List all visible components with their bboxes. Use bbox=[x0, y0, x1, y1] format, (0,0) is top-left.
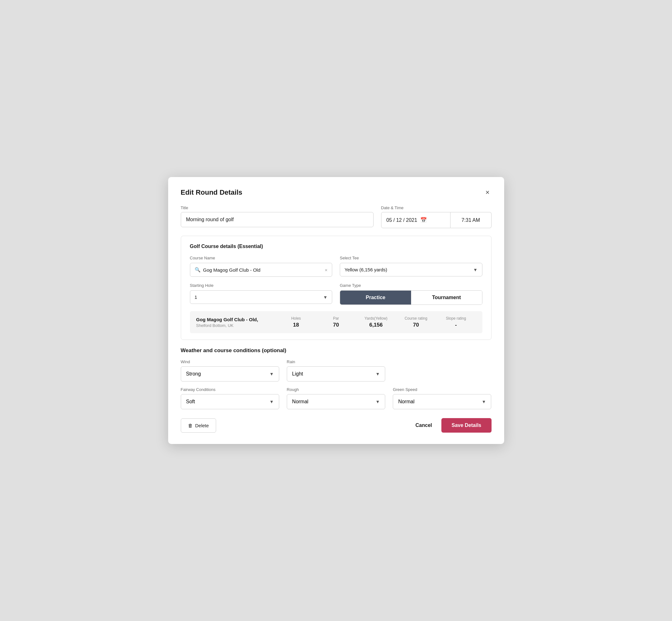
wind-col: Wind Strong ▼ bbox=[181, 360, 279, 381]
chevron-down-icon-7: ▼ bbox=[482, 399, 486, 404]
footer-row: 🗑 Delete Cancel Save Details bbox=[181, 418, 492, 432]
trash-icon: 🗑 bbox=[188, 423, 193, 428]
starting-hole-label: Starting Hole bbox=[190, 283, 333, 288]
green-speed-dropdown[interactable]: Normal ▼ bbox=[393, 394, 491, 409]
rain-dropdown[interactable]: Light ▼ bbox=[287, 366, 385, 381]
footer-right: Cancel Save Details bbox=[412, 418, 492, 432]
course-name-block: Gog Magog Golf Club - Old, Shelford Bott… bbox=[196, 317, 276, 328]
golf-course-section-title: Golf Course details (Essential) bbox=[190, 244, 482, 249]
green-speed-label: Green Speed bbox=[393, 387, 491, 392]
date-input[interactable]: 05 / 12 / 2021 📅 bbox=[381, 212, 451, 228]
time-input[interactable]: 7:31 AM bbox=[451, 212, 492, 228]
course-name-col: Course Name 🔍 Gog Magog Golf Club - Old … bbox=[190, 256, 333, 277]
fairway-label: Fairway Conditions bbox=[181, 387, 279, 392]
practice-button[interactable]: Practice bbox=[340, 291, 411, 304]
course-info-name: Gog Magog Golf Club - Old, bbox=[196, 317, 276, 322]
save-button[interactable]: Save Details bbox=[442, 418, 491, 432]
course-name-value: Gog Magog Golf Club - Old bbox=[203, 267, 323, 273]
datetime-row: 05 / 12 / 2021 📅 7:31 AM bbox=[381, 212, 492, 228]
par-value: 70 bbox=[316, 322, 356, 328]
select-tee-col: Select Tee Yellow (6,156 yards) ▼ bbox=[340, 256, 482, 277]
select-tee-dropdown[interactable]: Yellow (6,156 yards) ▼ bbox=[340, 263, 482, 277]
time-value: 7:31 AM bbox=[462, 217, 480, 223]
holes-stat: Holes 18 bbox=[276, 316, 316, 328]
datetime-field-group: Date & Time 05 / 12 / 2021 📅 7:31 AM bbox=[381, 205, 492, 228]
fairway-col: Fairway Conditions Soft ▼ bbox=[181, 387, 279, 409]
select-tee-value: Yellow (6,156 yards) bbox=[344, 267, 387, 272]
rough-label: Rough bbox=[287, 387, 385, 392]
weather-section-title: Weather and course conditions (optional) bbox=[181, 347, 492, 354]
starting-hole-col: Starting Hole 1 ▼ bbox=[190, 283, 333, 305]
rain-col: Rain Light ▼ bbox=[287, 360, 385, 381]
course-tee-row: Course Name 🔍 Gog Magog Golf Club - Old … bbox=[190, 256, 482, 277]
slope-rating-value: - bbox=[436, 322, 476, 328]
rough-value: Normal bbox=[292, 399, 308, 405]
course-info-location: Shelford Bottom, UK bbox=[196, 323, 276, 328]
course-info-bar: Gog Magog Golf Club - Old, Shelford Bott… bbox=[190, 311, 482, 333]
game-type-label: Game Type bbox=[340, 283, 482, 288]
holes-label: Holes bbox=[276, 316, 316, 321]
modal-header: Edit Round Details × bbox=[181, 189, 492, 197]
yards-value: 6,156 bbox=[356, 322, 396, 328]
chevron-down-icon-4: ▼ bbox=[375, 371, 380, 376]
close-button[interactable]: × bbox=[484, 189, 492, 197]
holes-value: 18 bbox=[276, 322, 316, 328]
select-tee-label: Select Tee bbox=[340, 256, 482, 260]
tournament-button[interactable]: Tournament bbox=[411, 291, 482, 304]
title-field-group: Title bbox=[181, 205, 374, 228]
wind-rain-row: Wind Strong ▼ Rain Light ▼ bbox=[181, 360, 492, 381]
slope-rating-label: Slope rating bbox=[436, 316, 476, 321]
wind-value: Strong bbox=[186, 371, 201, 377]
course-name-label: Course Name bbox=[190, 256, 333, 260]
rain-label: Rain bbox=[287, 360, 385, 364]
yards-stat: Yards(Yellow) 6,156 bbox=[356, 316, 396, 328]
chevron-down-icon-5: ▼ bbox=[269, 399, 274, 404]
weather-section: Weather and course conditions (optional)… bbox=[181, 347, 492, 409]
fairway-value: Soft bbox=[186, 399, 195, 405]
title-label: Title bbox=[181, 205, 374, 210]
game-type-toggle: Practice Tournament bbox=[340, 290, 482, 305]
rough-col: Rough Normal ▼ bbox=[287, 387, 385, 409]
top-row: Title Date & Time 05 / 12 / 2021 📅 7:31 … bbox=[181, 205, 492, 228]
delete-button[interactable]: 🗑 Delete bbox=[181, 418, 216, 432]
chevron-down-icon-6: ▼ bbox=[375, 399, 380, 404]
course-name-input[interactable]: 🔍 Gog Magog Golf Club - Old × bbox=[190, 263, 333, 277]
wind-dropdown[interactable]: Strong ▼ bbox=[181, 366, 279, 381]
course-rating-label: Course rating bbox=[396, 316, 436, 321]
title-input[interactable] bbox=[181, 212, 374, 227]
chevron-down-icon-2: ▼ bbox=[323, 295, 328, 300]
green-speed-col: Green Speed Normal ▼ bbox=[393, 387, 491, 409]
hole-gametype-row: Starting Hole 1 ▼ Game Type Practice Tou… bbox=[190, 283, 482, 305]
cancel-button[interactable]: Cancel bbox=[412, 418, 435, 432]
par-stat: Par 70 bbox=[316, 316, 356, 328]
search-icon: 🔍 bbox=[195, 267, 201, 273]
golf-course-section: Golf Course details (Essential) Course N… bbox=[181, 236, 492, 340]
rough-dropdown[interactable]: Normal ▼ bbox=[287, 394, 385, 409]
par-label: Par bbox=[316, 316, 356, 321]
slope-rating-stat: Slope rating - bbox=[436, 316, 476, 328]
game-type-col: Game Type Practice Tournament bbox=[340, 283, 482, 305]
chevron-down-icon-3: ▼ bbox=[269, 371, 274, 376]
edit-round-modal: Edit Round Details × Title Date & Time 0… bbox=[168, 177, 504, 444]
modal-title: Edit Round Details bbox=[181, 189, 243, 197]
chevron-down-icon: ▼ bbox=[473, 267, 478, 272]
datetime-label: Date & Time bbox=[381, 205, 492, 210]
course-rating-value: 70 bbox=[396, 322, 436, 328]
calendar-icon: 📅 bbox=[420, 217, 427, 223]
date-value: 05 / 12 / 2021 bbox=[386, 217, 417, 223]
green-speed-value: Normal bbox=[398, 399, 415, 405]
rain-value: Light bbox=[292, 371, 303, 377]
clear-icon[interactable]: × bbox=[325, 267, 328, 273]
fairway-rough-green-row: Fairway Conditions Soft ▼ Rough Normal ▼… bbox=[181, 387, 492, 409]
wind-label: Wind bbox=[181, 360, 279, 364]
fairway-dropdown[interactable]: Soft ▼ bbox=[181, 394, 279, 409]
starting-hole-value: 1 bbox=[195, 294, 197, 300]
delete-label: Delete bbox=[195, 423, 209, 428]
starting-hole-dropdown[interactable]: 1 ▼ bbox=[190, 290, 333, 304]
course-rating-stat: Course rating 70 bbox=[396, 316, 436, 328]
yards-label: Yards(Yellow) bbox=[356, 316, 396, 321]
